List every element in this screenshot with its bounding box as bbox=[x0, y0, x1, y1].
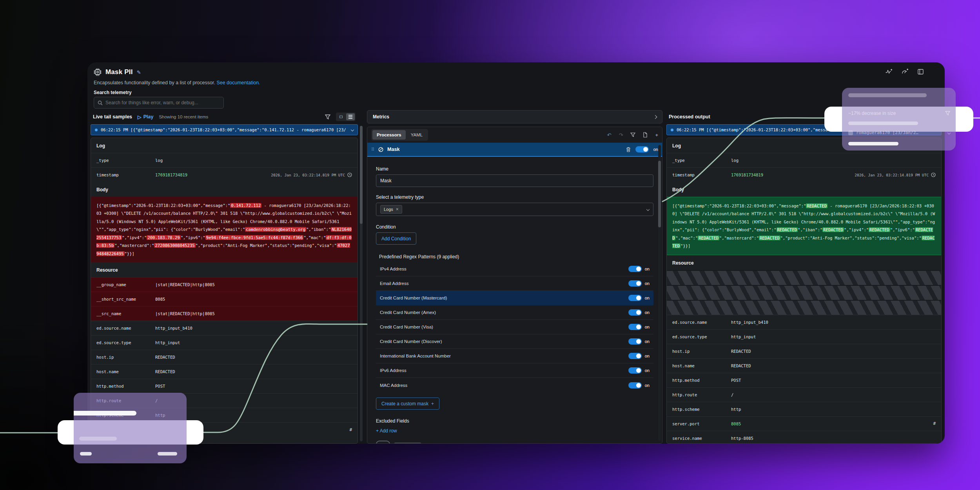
logs-chip: Logs × bbox=[380, 205, 402, 214]
tab-processors[interactable]: Processors bbox=[372, 130, 406, 140]
kv-row: __group_name|stat|REDACTED|http|8085 bbox=[91, 277, 358, 292]
pattern-toggle[interactable] bbox=[628, 280, 642, 287]
pattern-row[interactable]: Credit Card Number (Amex)on bbox=[376, 305, 653, 320]
pattern-row[interactable]: IPv4 Addresson bbox=[376, 262, 653, 276]
kv-key: ed.source.type bbox=[96, 340, 155, 345]
pattern-row[interactable]: MAC Addresson bbox=[376, 378, 653, 392]
pattern-row[interactable]: International Bank Account Numberon bbox=[376, 349, 653, 363]
processor-enabled-toggle[interactable] bbox=[635, 146, 649, 152]
pattern-row[interactable]: Credit Card Number (Mastercard)on bbox=[376, 291, 653, 305]
search-icon bbox=[98, 100, 103, 105]
kv-value: log bbox=[731, 158, 739, 163]
kv-row: ed.source.namehttp_input_b410 bbox=[91, 321, 358, 335]
add-dashboard-icon[interactable] bbox=[902, 69, 908, 74]
edit-title-icon[interactable]: ✎ bbox=[137, 69, 141, 75]
redo-icon[interactable]: ↷ bbox=[619, 132, 623, 138]
live-log-row[interactable]: 06:22:15 PM [{"@timestamp":"2026-01-23T1… bbox=[91, 124, 358, 135]
processed-output-title: Processed output bbox=[669, 114, 710, 120]
kv-value: 8085 bbox=[155, 297, 165, 301]
kv-key: host.ip bbox=[672, 349, 731, 354]
pattern-toggle[interactable] bbox=[628, 353, 642, 359]
masked-body-json: [{"@timestamp":"2026-01-23T18:22:03+03:0… bbox=[667, 197, 941, 255]
panel-layout-icon[interactable] bbox=[918, 69, 924, 74]
hash-icon[interactable]: # bbox=[349, 427, 352, 432]
name-field[interactable]: Mask bbox=[376, 174, 653, 187]
search-input[interactable]: Search for things like error, warn, or d… bbox=[94, 97, 224, 109]
resource-section-title: Resource bbox=[91, 262, 358, 277]
clock-icon bbox=[347, 172, 352, 177]
processor-name: Mask bbox=[387, 147, 399, 152]
redacted-highlight: REDACTED bbox=[806, 203, 828, 208]
redacted-highlight: 200.183.78.29 bbox=[147, 235, 180, 240]
toggle-state-label: on bbox=[645, 368, 650, 373]
kv-value: / bbox=[731, 392, 733, 397]
filter-icon[interactable] bbox=[325, 114, 330, 120]
list-view-button[interactable] bbox=[346, 113, 355, 120]
pattern-row[interactable]: Email Addresson bbox=[376, 276, 653, 291]
left-scrollbar[interactable] bbox=[360, 126, 363, 441]
pattern-row[interactable]: Credit Card Number (Visa)on bbox=[376, 320, 653, 334]
processors-panel: Processors YAML ↶ ↷ + ⠿ bbox=[367, 127, 662, 444]
toggle-state-label: on bbox=[645, 354, 650, 358]
kv-row: ed.source.namehttp_input_b410 bbox=[667, 315, 941, 329]
body-text: "}}] bbox=[681, 243, 690, 248]
pattern-label: Email Address bbox=[380, 281, 409, 286]
file-icon[interactable] bbox=[643, 132, 648, 138]
clipped-toggle bbox=[376, 441, 390, 443]
add-row-button[interactable]: + Add row bbox=[376, 428, 653, 434]
telemetry-type-select[interactable]: Logs × bbox=[376, 203, 653, 216]
mask-processor-header[interactable]: ⠿ Mask on bbox=[367, 143, 662, 157]
kv-value: POST bbox=[155, 384, 165, 388]
kv-row: http.schemehttp bbox=[667, 402, 941, 416]
pattern-toggle[interactable] bbox=[628, 367, 642, 374]
remove-chip-icon[interactable]: × bbox=[396, 207, 399, 212]
kv-row: timestamp17691817348192026, Jan 23, 03:2… bbox=[667, 167, 941, 182]
log-icon bbox=[848, 131, 853, 135]
metrics-collapsed-bar[interactable]: Metrics bbox=[367, 110, 662, 123]
chevron-down-icon bbox=[351, 128, 354, 131]
clipped-next-section bbox=[376, 441, 653, 443]
skeleton-bar bbox=[848, 122, 918, 125]
log-dot-icon bbox=[671, 129, 673, 131]
log-dot-icon bbox=[95, 129, 98, 131]
skeleton-bar bbox=[848, 93, 927, 97]
see-documentation-link[interactable]: See documentation. bbox=[216, 80, 260, 85]
delete-icon[interactable] bbox=[626, 147, 631, 152]
pattern-row[interactable]: Credit Card Number (Discover)on bbox=[376, 334, 653, 349]
pattern-toggle[interactable] bbox=[628, 295, 642, 301]
add-metric-icon[interactable] bbox=[886, 69, 892, 74]
editor-tab-group: Processors YAML bbox=[371, 129, 428, 141]
pattern-toggle[interactable] bbox=[628, 382, 642, 388]
pattern-toggle[interactable] bbox=[628, 338, 642, 345]
add-processor-icon[interactable]: + bbox=[655, 132, 658, 138]
toggle-state-label: on bbox=[645, 339, 650, 344]
drag-handle-icon[interactable]: ⠿ bbox=[371, 147, 374, 152]
filter-icon[interactable] bbox=[630, 132, 635, 137]
pattern-row[interactable]: IPv6 Addresson bbox=[376, 363, 653, 378]
hash-icon[interactable]: # bbox=[933, 421, 936, 426]
kv-row: http.methodPOST bbox=[667, 373, 941, 387]
kv-key: ed.source.type bbox=[672, 334, 731, 339]
add-condition-button[interactable]: Add Condition bbox=[376, 232, 416, 245]
json-view-button[interactable]: {} bbox=[337, 113, 345, 120]
view-toggle-group: {} bbox=[336, 113, 356, 121]
pattern-toggle[interactable] bbox=[628, 266, 642, 272]
clipped-text-skeleton bbox=[394, 443, 421, 443]
kv-value: 8085 bbox=[731, 421, 741, 426]
kv-key: _type bbox=[672, 158, 731, 163]
undo-icon[interactable]: ↶ bbox=[607, 132, 612, 138]
pattern-toggle[interactable] bbox=[628, 309, 642, 316]
create-custom-mask-button[interactable]: Create a custom mask + bbox=[376, 397, 439, 410]
play-button[interactable]: ▷ Play bbox=[138, 114, 153, 120]
kv-extra: 2026, Jan 23, 03:22:14.819 PM UTC bbox=[271, 172, 352, 177]
tab-yaml[interactable]: YAML bbox=[407, 130, 427, 140]
pattern-toggle[interactable] bbox=[628, 324, 642, 330]
toggle-state-label: on bbox=[645, 310, 650, 315]
redacted-highlight: REDACTED bbox=[822, 227, 844, 232]
kv-key: host.ip bbox=[96, 355, 155, 359]
kv-value: |stat|REDACTED|http|8085 bbox=[155, 282, 215, 287]
editor-scrollbar[interactable] bbox=[658, 145, 661, 441]
skeleton-bar bbox=[848, 142, 898, 145]
processor-chip-icon bbox=[94, 68, 102, 76]
kv-key: service.name bbox=[672, 436, 731, 441]
